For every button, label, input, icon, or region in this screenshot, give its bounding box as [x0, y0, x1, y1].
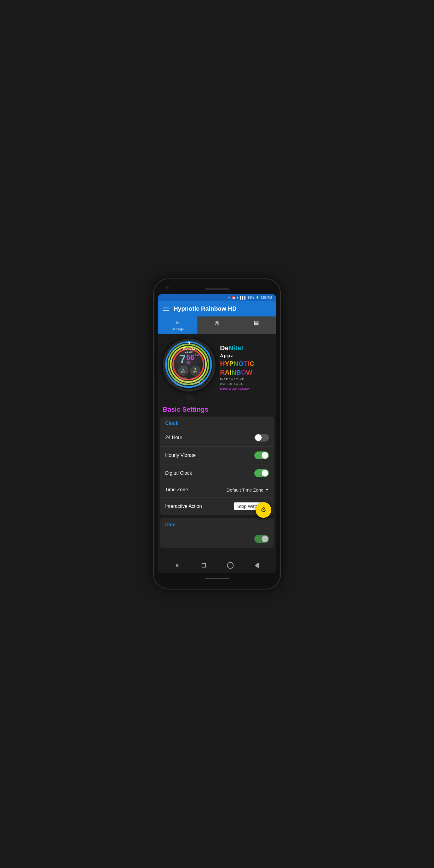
watch-minute: 56	[186, 354, 194, 361]
comp-battery: 🔋 88%	[190, 366, 200, 375]
brand-interactive: Interactive	[220, 378, 245, 381]
toggle-hourly-vibrate[interactable]	[254, 452, 269, 459]
nav-circle-icon	[227, 562, 234, 569]
setting-hourly-vibrate: Hourly Vibrate	[160, 446, 274, 464]
date-setting-row-1: .	[160, 530, 274, 548]
watch-date-num: 11	[185, 350, 188, 353]
date-setting-label: .	[165, 536, 166, 541]
label-interactive-action: Interactive Action	[165, 504, 202, 509]
timezone-value: Default Time Zone	[227, 487, 264, 493]
alarm-icon: ⏰	[232, 296, 236, 299]
watch-content: Monday 11 Jun 7 56 29	[165, 341, 213, 389]
phone-speaker	[205, 288, 229, 290]
nav-recent-icon	[176, 564, 179, 567]
status-icons: ∗ ⏰ ▾ ▌▌▌ 88% 🔋 7:56 PM	[228, 296, 272, 299]
brand-subtitle2: Watch Face	[220, 382, 244, 385]
watchface-tab-icon: ◎	[215, 319, 219, 326]
hamburger-menu-button[interactable]	[163, 307, 169, 311]
setting-24hour: 24 Hour	[160, 429, 274, 446]
app-bar: Hypnotic Rainbow HD	[158, 301, 276, 316]
comp-humidity-val: 52%	[181, 371, 185, 373]
watch-complications-top: 💧 52% 🔋 88%	[179, 366, 200, 375]
label-digital-clock: Digital Clock	[165, 470, 192, 476]
toggle-24hour[interactable]	[254, 434, 269, 441]
watch-triangle	[188, 342, 190, 344]
watch-preview-area: Monday 11 Jun 7 56 29	[158, 334, 276, 401]
home-bar	[205, 578, 229, 579]
status-time: 7:56 PM	[261, 296, 272, 299]
watch-band-bottom	[187, 396, 193, 400]
nav-circle-button[interactable]	[226, 561, 235, 569]
phone-notch	[158, 284, 276, 293]
setting-digital-clock: Digital Clock	[160, 464, 274, 482]
date-settings-card: Date .	[160, 518, 274, 548]
phone-bottom	[158, 576, 276, 582]
comp-humidity: 💧 52%	[179, 366, 188, 375]
date-section-title: Date	[160, 518, 274, 530]
nav-back-button[interactable]	[253, 561, 261, 569]
toggle-date-1-thumb	[261, 535, 268, 542]
brand-title-hypnotic: HYPNOTIC	[220, 360, 254, 367]
wifi-icon: ▾	[237, 296, 239, 299]
setting-timezone: Time Zone Default Time Zone ▼	[160, 482, 274, 497]
nav-recent-button[interactable]	[173, 561, 181, 569]
battery-icon: 🔋	[255, 296, 259, 299]
brand-appz: Appz	[220, 353, 234, 358]
watch-hour: 7	[180, 354, 186, 365]
toggle-date-1[interactable]	[254, 535, 269, 543]
info-tab-icon: ▤	[254, 319, 259, 326]
tab-watchface[interactable]: ◎	[197, 316, 237, 334]
brand-title-rainbow: RAINBOW	[220, 369, 253, 376]
phone-screen: ∗ ⏰ ▾ ▌▌▌ 88% 🔋 7:56 PM Hypnotic Rainbow…	[158, 294, 276, 573]
label-hourly-vibrate: Hourly Vibrate	[165, 453, 195, 458]
comp-steps-icon: 🚶	[196, 379, 198, 381]
timezone-dropdown-arrow: ▼	[265, 488, 269, 492]
bluetooth-icon: ∗	[228, 296, 230, 299]
comp-temp-icon: ☀	[180, 379, 182, 381]
tab-settings-label: Settings	[172, 327, 184, 331]
nav-bar	[158, 557, 276, 573]
brand-watchface: Watch Face	[220, 382, 244, 385]
branding-area: DeNite! Appz HYPNOTIC RAINBOW Interactiv…	[220, 344, 271, 390]
watch-face[interactable]: Monday 11 Jun 7 56 29	[163, 339, 216, 392]
fab-button[interactable]: ⚙	[255, 502, 271, 518]
watch-complications-bottom: ☀ 15° 🚶 1,989	[174, 377, 204, 386]
toggle-24hour-thumb	[255, 434, 261, 441]
app-title: Hypnotic Rainbow HD	[174, 305, 237, 312]
clock-settings-card: Clock 24 Hour Hourly Vibrate	[160, 416, 274, 515]
basic-settings-title: Basic Settings	[158, 401, 276, 416]
watch-date: 11 Jun	[185, 350, 193, 353]
nav-home-icon	[202, 563, 206, 567]
brand-de: De	[220, 344, 228, 352]
watch-day: Monday	[183, 347, 195, 350]
comp-battery-icon: 🔋	[194, 368, 196, 371]
comp-temp: ☀ 15°	[174, 377, 188, 386]
tab-info[interactable]: ▤	[237, 316, 276, 334]
status-bar: ∗ ⏰ ▾ ▌▌▌ 88% 🔋 7:56 PM	[158, 294, 276, 301]
clock-settings-wrapper: Clock 24 Hour Hourly Vibrate	[158, 416, 276, 515]
phone-device: ∗ ⏰ ▾ ▌▌▌ 88% 🔋 7:56 PM Hypnotic Rainbow…	[154, 279, 280, 589]
timezone-dropdown[interactable]: Default Time Zone ▼	[227, 487, 269, 493]
nav-back-icon	[255, 562, 259, 568]
comp-temp-val: 15°	[179, 381, 183, 384]
tab-bar: ✂ Settings ◎ ▤	[158, 316, 276, 334]
comp-humidity-icon: 💧	[182, 368, 184, 371]
clock-section-title: Clock	[160, 416, 274, 429]
toggle-digital-clock-thumb	[261, 470, 268, 476]
watch-minute-block: 56 29	[186, 354, 194, 364]
brand-logo: DeNite! Appz	[220, 344, 243, 358]
brand-subtitle1: Interactive	[220, 378, 245, 381]
tab-settings[interactable]: ✂ Settings	[158, 316, 197, 334]
watch-month: Jun	[189, 350, 193, 353]
toggle-hourly-vibrate-thumb	[261, 452, 268, 459]
signal-icon: ▌▌▌	[240, 296, 246, 299]
label-24hour: 24 Hour	[165, 435, 182, 440]
brand-widget-text: Widget & Live Wallpaper	[220, 387, 250, 390]
watch-ampm: PM	[195, 354, 198, 356]
comp-battery-val: 88%	[193, 371, 197, 373]
toggle-digital-clock[interactable]	[254, 469, 269, 477]
watch-time-row: 7 56 29 PM	[180, 354, 198, 365]
nav-home-button[interactable]	[199, 561, 208, 569]
watch-face-container: Monday 11 Jun 7 56 29	[163, 339, 217, 396]
watch-second: 29	[186, 361, 194, 364]
